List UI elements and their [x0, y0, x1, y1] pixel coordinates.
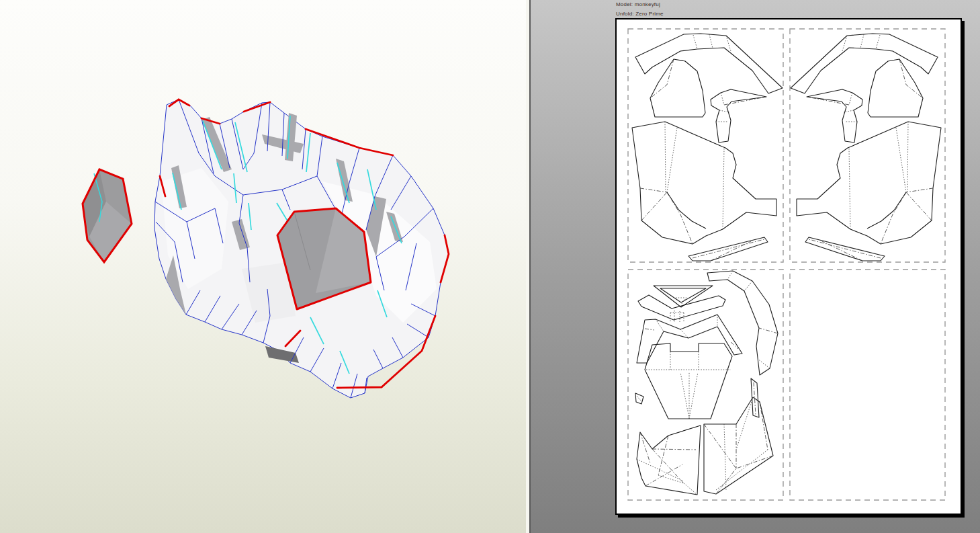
piece-jaw-left[interactable] [637, 425, 701, 495]
3d-model-canvas[interactable] [0, 0, 526, 533]
3d-model-viewport[interactable] [0, 0, 526, 533]
pattern-viewport[interactable]: Model: monkeyfuj Unfold: Zero Prime [531, 0, 980, 533]
ear-piece[interactable] [83, 169, 132, 262]
unfold-name-label: Unfold: Zero Prime [616, 11, 664, 17]
piece-cheek-panel[interactable] [650, 59, 705, 117]
pattern-parts-top-left[interactable] [632, 34, 783, 261]
piece-visor-triangle[interactable] [654, 286, 713, 307]
pattern-canvas[interactable] [617, 19, 961, 514]
page-margins [628, 29, 945, 500]
piece-nose-center[interactable] [645, 343, 732, 419]
piece-c-band[interactable] [707, 271, 778, 375]
pattern-parts-bottom-left[interactable] [635, 271, 778, 495]
app-window: Model: monkeyfuj Unfold: Zero Prime [0, 0, 980, 533]
pane-splitter[interactable] [526, 0, 531, 533]
model-name-label: Model: monkeyfuj [616, 1, 660, 7]
pattern-page-sheet[interactable] [615, 18, 962, 515]
piece-brow-w[interactable] [637, 315, 742, 363]
pattern-parts-top-right[interactable] [791, 34, 941, 261]
piece-jaw-right[interactable] [704, 397, 773, 494]
piece-hook-arm[interactable] [711, 89, 766, 142]
piece-small-fragment[interactable] [635, 393, 643, 404]
piece-side-panel[interactable] [632, 122, 776, 244]
piece-sliver[interactable] [688, 237, 768, 261]
piece-chevron-band[interactable] [638, 295, 725, 322]
